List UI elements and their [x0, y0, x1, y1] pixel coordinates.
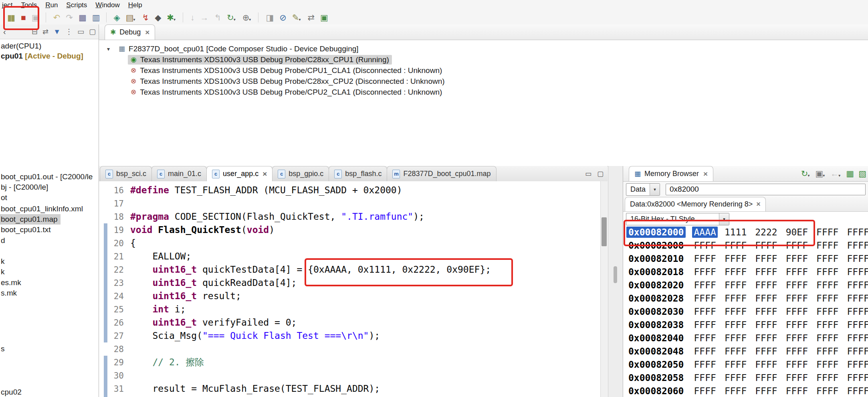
explorer-item[interactable]: boot_cpu01.out - [C2000/le — [0, 172, 95, 182]
pin-view-button[interactable]: ◨ — [265, 12, 273, 23]
explorer-item[interactable]: ader(CPU1) — [0, 41, 44, 51]
memory-cell[interactable]: FFFF — [755, 333, 777, 343]
memory-cell[interactable]: FFFF — [786, 240, 808, 251]
memory-cell[interactable]: FFFF — [847, 320, 868, 330]
editor-tab[interactable]: cbsp_flash.c — [329, 166, 387, 181]
memory-cell[interactable]: AAAA — [692, 227, 717, 238]
memory-cell[interactable]: FFFF — [847, 359, 868, 370]
debug-config-button[interactable]: ✱▾ — [166, 12, 176, 23]
memory-cell[interactable]: FFFF — [816, 267, 838, 277]
memory-cell[interactable]: FFFF — [694, 346, 716, 356]
refresh-button[interactable]: ↻▾ — [800, 168, 811, 179]
explorer-item[interactable]: d — [0, 235, 8, 246]
explorer-item[interactable]: k — [0, 267, 8, 277]
chevron-down-icon[interactable]: ▾ — [823, 174, 825, 178]
search-button[interactable]: ⊘ — [279, 12, 286, 23]
code-line[interactable]: 29 // 2. 擦除 — [99, 356, 491, 369]
memory-cell[interactable]: FFFF — [694, 373, 716, 383]
memory-cell[interactable]: FFFF — [725, 359, 747, 370]
memory-cell[interactable]: FFFF — [755, 320, 777, 330]
load-program-button[interactable]: ▤▾ — [125, 12, 136, 23]
memory-cell[interactable]: FFFF — [755, 359, 777, 370]
memory-address[interactable]: 0x00082010 — [626, 253, 686, 264]
memory-cell[interactable]: FFFF — [816, 373, 838, 383]
memory-cell[interactable]: FFFF — [816, 227, 838, 237]
new-target-config-button[interactable]: ◈ — [113, 12, 120, 23]
memory-cell[interactable]: 90EF — [786, 227, 808, 237]
explorer-item[interactable]: k — [0, 256, 8, 267]
line-number[interactable]: 17 — [99, 197, 124, 211]
registers-view-button[interactable]: ▦ — [78, 12, 86, 23]
memory-cell[interactable]: FFFF — [755, 386, 777, 396]
memory-cell[interactable]: FFFF — [694, 386, 716, 396]
memory-format-select[interactable]: 16-Bit Hex - TI Style ▾ — [626, 213, 729, 225]
memory-cell[interactable]: FFFF — [694, 359, 716, 370]
memory-cell[interactable]: FFFF — [847, 253, 868, 264]
memory-cell[interactable]: FFFF — [755, 280, 777, 290]
tab-debug[interactable]: ✱ Debug × — [105, 24, 155, 40]
menu-tools[interactable]: Tools — [20, 1, 42, 9]
menu-run[interactable]: Run — [44, 1, 63, 9]
scrollbar-thumb[interactable] — [602, 217, 607, 246]
explorer-item[interactable]: cpu02 — [0, 387, 24, 397]
explorer-item[interactable]: ot — [0, 192, 10, 203]
code-line[interactable]: 26 uint16_t verifyFailed = 0; — [99, 316, 491, 329]
memory-cell[interactable]: FFFF — [694, 240, 716, 251]
memory-cell[interactable]: FFFF — [725, 253, 747, 264]
close-icon[interactable]: × — [756, 200, 761, 209]
new-window-button[interactable]: ▣ — [319, 12, 328, 23]
memory-cell[interactable]: FFFF — [694, 253, 716, 264]
editor-tab[interactable]: cuser_app.c× — [206, 166, 273, 181]
memory-cell[interactable]: FFFF — [816, 306, 838, 317]
menu-scripts[interactable]: Scripts — [65, 1, 92, 9]
memory-cell[interactable]: FFFF — [694, 306, 716, 317]
line-number[interactable]: 18 — [99, 211, 124, 224]
memory-cell[interactable]: FFFF — [786, 267, 808, 277]
memory-address[interactable]: 0x00082058 — [626, 372, 686, 383]
code-line[interactable]: 18#pragma CODE_SECTION(Flash_QuickTest, … — [99, 210, 491, 223]
debug-tree-node[interactable]: ◉Texas Instruments XDS100v3 USB Debug Pr… — [99, 54, 868, 65]
menu-window[interactable]: Window — [94, 1, 124, 9]
line-number[interactable]: 25 — [99, 303, 124, 316]
chevron-down-icon[interactable]: ▾ — [719, 213, 729, 225]
memory-cell[interactable]: FFFF — [694, 320, 716, 330]
line-number[interactable]: 19 — [99, 224, 124, 237]
memory-cell[interactable]: FFFF — [755, 293, 777, 304]
debug-tree-node[interactable]: ▾▦F28377D_boot_cpu01 [Code Composer Stud… — [99, 43, 868, 54]
line-number[interactable]: 27 — [99, 330, 124, 343]
memory-address[interactable]: 0x00082030 — [626, 306, 686, 317]
menu-help[interactable]: Help — [127, 1, 147, 9]
suspend-button[interactable]: ▮▮ — [6, 12, 15, 23]
debug-tree-node[interactable]: ⊗Texas Instruments XDS100v3 USB Debug Pr… — [99, 87, 868, 97]
code-line[interactable]: 23 uint16_t quickReadData[4]; — [99, 276, 491, 290]
code-line[interactable]: 28 — [99, 342, 491, 356]
chevron-down-icon[interactable]: ▾ — [133, 18, 135, 22]
memory-cell[interactable]: FFFF — [725, 346, 747, 356]
undo-launch-button[interactable]: ↶ — [52, 12, 60, 23]
memory-cell[interactable]: FFFF — [786, 386, 808, 396]
code-line[interactable]: 19void Flash_QuickTest(void) — [99, 223, 491, 237]
memory-cell[interactable]: FFFF — [786, 280, 808, 290]
memory-cell[interactable]: FFFF — [725, 306, 747, 317]
tab-memory-rendering[interactable]: Data:0x82000 <Memory Rendering 8> × — [625, 197, 766, 211]
memory-type-select[interactable]: Data ▾ — [626, 183, 660, 196]
memory-cell[interactable]: FFFF — [847, 306, 868, 317]
memory-cell[interactable]: FFFF — [755, 306, 777, 317]
memory-cell[interactable]: FFFF — [725, 333, 747, 343]
memory-cell[interactable]: FFFF — [847, 267, 868, 277]
line-number[interactable]: 23 — [99, 277, 124, 290]
reset-button[interactable]: ↻▾ — [226, 12, 236, 23]
line-number[interactable]: 21 — [99, 250, 124, 263]
close-icon[interactable]: × — [703, 170, 708, 178]
memory-cell[interactable]: FFFF — [694, 333, 716, 343]
memory-cell[interactable]: FFFF — [786, 293, 808, 304]
memory-cell[interactable]: FFFF — [847, 280, 868, 290]
memory-cell[interactable]: FFFF — [725, 267, 747, 277]
code-line[interactable]: 31 result = McuFlash_Erase(TEST_FLASH_AD… — [99, 382, 491, 395]
memory-address[interactable]: 0x00082020 — [626, 280, 686, 291]
memory-cell[interactable]: FFFF — [694, 267, 716, 277]
memory-address[interactable]: 0x00082038 — [626, 319, 686, 330]
memory-cell[interactable]: FFFF — [786, 373, 808, 383]
step-into-button[interactable]: ↓ — [190, 12, 194, 23]
memory-cell[interactable]: FFFF — [755, 346, 777, 356]
